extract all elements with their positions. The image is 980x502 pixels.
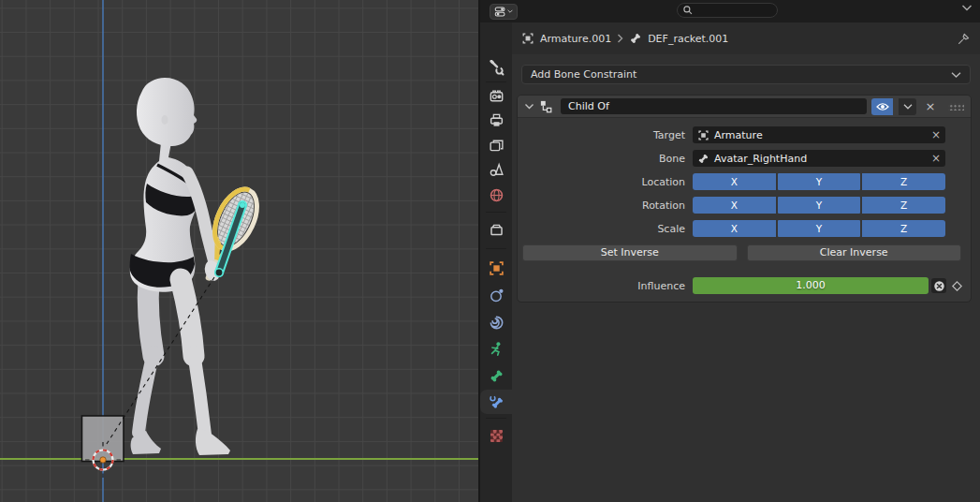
object-data-icon [521,32,534,45]
scene-icon [489,162,505,178]
tab-scene[interactable] [484,157,508,182]
texture-checker-icon [490,430,503,442]
render-icon [489,88,505,104]
location-z-toggle[interactable]: Z [862,173,945,190]
printer-icon [489,112,505,128]
child-of-constraint-icon [539,99,553,113]
search-icon [682,5,694,16]
tab-texture[interactable] [484,423,508,448]
set-inverse-button[interactable]: Set Inverse [522,244,738,261]
target-plane-object[interactable] [82,416,124,462]
object-data-icon [697,129,709,141]
blender-window: Armature.001 DEF_racket.001 [0,0,980,502]
tab-bone[interactable] [484,363,508,388]
panel-drag-handle[interactable] [948,103,964,111]
clear-target-button[interactable]: × [931,128,941,141]
add-bone-constraint-button[interactable]: Add Bone Constraint [521,65,971,84]
eye-icon [876,102,889,111]
tab-physics[interactable] [484,283,508,307]
clear-bone-button[interactable]: × [931,152,941,165]
view-layer-icon [489,138,505,154]
bone-crumb-icon [629,32,642,45]
bone-constraints-panel-area: Add Bone Constraint [512,54,980,502]
location-x-toggle[interactable]: X [693,173,776,190]
scale-label: Scale [522,223,693,235]
tab-render[interactable] [484,83,508,108]
diamond-icon [951,280,963,292]
constraint-visibility-toggle[interactable] [871,98,893,115]
search-field[interactable] [677,3,778,18]
bone-label: Bone [522,153,693,165]
rotation-axis-toggles: X Y Z [693,197,945,214]
target-label: Target [522,129,693,141]
influence-slider[interactable]: 1.000 [693,277,929,294]
bone-icon [697,153,709,165]
pin-icon[interactable] [957,32,971,46]
child-of-constraint-panel: Child Of × [517,95,972,303]
properties-editor: Armature.001 DEF_racket.001 [480,0,980,502]
influence-label: Influence [522,280,693,292]
tab-object-constraints[interactable] [484,310,508,334]
tab-object[interactable] [484,256,508,280]
bone-field[interactable]: Avatar_RightHand × [693,150,945,167]
object-origin-dot [100,457,106,463]
3d-viewport[interactable] [0,0,480,502]
bone-constraint-icon [489,394,505,410]
editor-type-button[interactable] [490,4,518,20]
rotation-z-toggle[interactable]: Z [862,197,945,214]
properties-header-bar [480,0,980,22]
physics-icon [489,288,505,303]
rotation-label: Rotation [522,199,693,212]
world-icon [489,187,505,203]
bone-icon [489,368,505,384]
location-axis-toggles: X Y Z [693,173,945,190]
chevron-down-icon [507,9,513,13]
tab-tool[interactable] [484,55,508,80]
scale-z-toggle[interactable]: Z [862,220,945,237]
location-y-toggle[interactable]: Y [778,173,861,190]
object-icon [489,260,505,276]
tab-output[interactable] [484,108,508,132]
collapse-chevron-icon[interactable] [524,103,534,110]
constraint-panel-header[interactable]: Child Of × [518,96,971,118]
constraint-name-field[interactable]: Child Of [561,98,867,114]
viewport-grid [0,0,480,502]
scale-y-toggle[interactable]: Y [778,220,861,237]
rotation-y-toggle[interactable]: Y [778,197,861,214]
breadcrumb-object[interactable]: Armature.001 [540,33,611,45]
tab-separator [486,418,506,419]
tab-view-layer[interactable] [484,133,508,157]
breadcrumb-bone[interactable]: DEF_racket.001 [648,33,728,45]
collection-icon [489,222,505,238]
constraint-panel-body: Target Armature × [518,118,971,302]
armature-runner-icon [489,341,505,357]
tab-collection[interactable] [484,217,508,242]
keyframe-decorator-button[interactable] [949,278,964,293]
tab-world[interactable] [484,183,508,207]
scale-axis-toggles: X Y Z [693,220,945,237]
search-input[interactable] [694,6,768,16]
animate-decorator-button[interactable] [931,278,946,293]
constraints-spiral-icon [489,315,505,331]
tool-icon [489,60,505,76]
constraint-extras-dropdown[interactable] [899,98,916,115]
tab-separator [486,81,506,82]
rotation-x-toggle[interactable]: X [693,197,776,214]
clear-inverse-button[interactable]: Clear Inverse [747,244,962,261]
chevron-right-icon [617,34,623,43]
properties-editor-icon [494,6,506,18]
breadcrumb: Armature.001 DEF_racket.001 [512,22,980,54]
tab-bone-constraints[interactable] [480,390,512,414]
chevron-down-icon [951,72,961,78]
scale-x-toggle[interactable]: X [693,220,776,237]
tab-object-data[interactable] [484,336,508,361]
header-menu-chevron-icon[interactable] [961,5,973,11]
circle-x-icon [933,280,945,292]
delete-constraint-button[interactable]: × [923,98,938,115]
target-field[interactable]: Armature × [693,126,945,143]
chevron-down-icon [903,104,913,110]
properties-tab-strip [480,22,512,502]
location-label: Location [522,176,693,188]
tab-separator [486,212,506,213]
tab-separator [486,248,506,249]
